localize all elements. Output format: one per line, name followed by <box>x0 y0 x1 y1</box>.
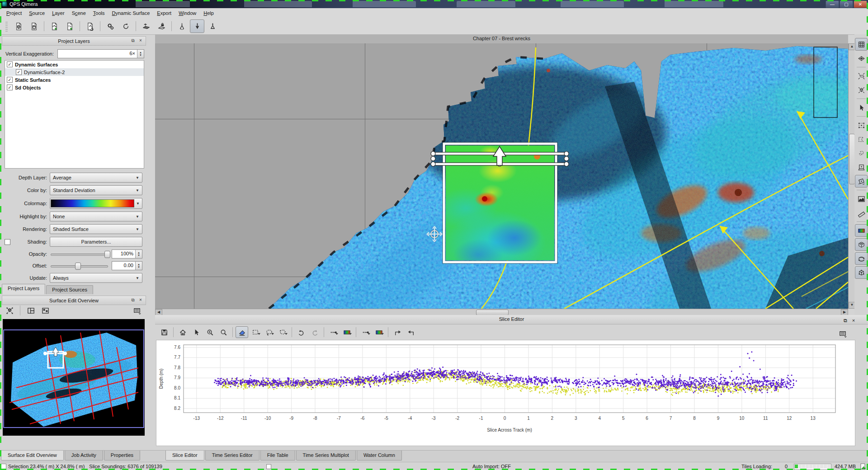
dynamic-surface-selection[interactable] <box>431 144 569 274</box>
mesh-view-icon[interactable] <box>855 52 868 65</box>
zoom-in-icon[interactable] <box>203 326 216 338</box>
zoom-tool-icon[interactable] <box>217 326 230 338</box>
wireframe-toggle-icon[interactable] <box>855 238 868 251</box>
slider-handle[interactable] <box>104 251 110 258</box>
menu-item-dynamic-surface[interactable]: Dynamic Surface <box>108 9 154 17</box>
zoom-extents-icon[interactable] <box>4 305 15 316</box>
slice-box-rotated-icon[interactable] <box>855 175 868 188</box>
menu-item-layer[interactable]: Layer <box>48 9 68 17</box>
panel-menu-icon[interactable] <box>130 304 144 317</box>
patch-edit-tool-icon[interactable] <box>205 19 220 33</box>
menu-item-scene[interactable]: Scene <box>68 9 90 17</box>
slice-edit-tool-icon[interactable] <box>190 19 204 33</box>
map-vertical-scrollbar[interactable]: ▲ ▼ <box>848 43 855 309</box>
map-horizontal-scrollbar[interactable]: ◀ ▶ <box>155 309 848 315</box>
menu-item-project[interactable]: Project <box>3 9 25 17</box>
previous-slice-icon[interactable] <box>405 326 417 338</box>
maximize-button[interactable]: ▢ <box>840 0 853 8</box>
rect-select-icon[interactable] <box>249 326 262 338</box>
vertical-exaggeration-stepper[interactable]: 6× ▲▼ <box>57 49 144 58</box>
bathymetry-map[interactable] <box>155 43 848 309</box>
close-panel-icon[interactable]: × <box>138 38 143 43</box>
float-panel-icon[interactable]: ⧉ <box>843 316 848 322</box>
colormap-select[interactable]: ▼ <box>50 198 142 209</box>
shading-parameters-button[interactable]: Parameters... <box>50 237 142 247</box>
toolbar-grip[interactable] <box>5 21 8 32</box>
dock-tab-time-series-multiplot[interactable]: Time Series Multiplot <box>296 451 356 461</box>
slider-handle[interactable] <box>75 263 81 270</box>
layer-tree-item[interactable]: ✓Static Surfaces <box>5 76 144 84</box>
layer-checkbox[interactable]: ✓ <box>16 69 22 75</box>
pointer-tool-icon[interactable] <box>190 326 203 338</box>
offset-slider[interactable] <box>50 261 109 270</box>
rect-selection-icon[interactable] <box>855 119 868 132</box>
close-panel-icon[interactable]: × <box>138 297 143 303</box>
spin-arrows-icon[interactable]: ▲▼ <box>135 250 142 258</box>
status-checkbox[interactable] <box>266 464 271 469</box>
tab-project-sources[interactable]: Project Sources <box>46 285 93 294</box>
slice-panel-menu-icon[interactable] <box>835 327 850 340</box>
add-processed-points-icon[interactable] <box>62 19 77 33</box>
dock-tab-time-series-editor[interactable]: Time Series Editor <box>205 451 259 461</box>
rotate-view-icon[interactable] <box>855 252 868 265</box>
project-doc-layers-icon[interactable] <box>27 19 41 33</box>
zoom-extents-3d-icon[interactable] <box>855 84 868 96</box>
colormap-mode-icon[interactable] <box>340 326 353 338</box>
colormap-toggle-icon[interactable] <box>855 224 868 237</box>
lasso-select-icon[interactable] <box>263 326 275 338</box>
dock-tab-job-activity[interactable]: Job Activity <box>65 451 103 461</box>
pointer-tool-icon[interactable] <box>855 101 868 114</box>
highlight-by-select[interactable]: None▼ <box>50 212 142 221</box>
grid-view-icon[interactable] <box>855 38 868 51</box>
project-doc-grid-icon[interactable] <box>11 19 26 33</box>
slice-box-icon[interactable] <box>855 161 868 174</box>
close-button[interactable]: ✕ <box>854 0 867 8</box>
spin-arrows-icon[interactable]: ▲▼ <box>137 50 144 58</box>
depth-layer-select[interactable]: Average▼ <box>50 173 142 183</box>
tab-project-layers[interactable]: Project Layers <box>2 284 45 294</box>
layer-checkbox[interactable]: ✓ <box>7 85 13 90</box>
import-status-icon[interactable] <box>860 463 866 470</box>
menu-item-export[interactable]: Export <box>153 9 175 17</box>
accept-soundings-icon[interactable] <box>327 326 340 338</box>
import-file-icon[interactable] <box>83 19 97 33</box>
surface-lock-icon[interactable] <box>154 19 169 33</box>
float-panel-icon[interactable]: ⧉ <box>130 297 136 303</box>
float-panel-icon[interactable]: ⧉ <box>130 38 136 43</box>
axes-toggle-icon[interactable] <box>855 266 868 279</box>
refresh-icon[interactable] <box>118 19 133 33</box>
layer-tree-item[interactable]: ✓DynamicSurface-2 <box>5 68 144 76</box>
minimize-button[interactable]: — <box>826 0 839 8</box>
close-panel-icon[interactable]: × <box>851 316 856 322</box>
lasso-selection-icon[interactable] <box>855 147 868 160</box>
layer-tree-item[interactable]: ✓Sd Objects <box>5 84 144 91</box>
layer-checkbox[interactable]: ✓ <box>7 77 13 83</box>
dock-tab-file-table[interactable]: File Table <box>260 451 295 461</box>
colormap-mode2-icon[interactable] <box>373 326 385 338</box>
dock-tab-properties[interactable]: Properties <box>104 451 140 461</box>
menu-item-source[interactable]: Source <box>25 9 48 17</box>
overview-thumbnail[interactable] <box>3 319 145 436</box>
add-raw-files-icon[interactable] <box>47 19 61 33</box>
dock-tab-surface-edit-overview[interactable]: Surface Edit Overview <box>1 451 64 461</box>
preferences-gears-icon[interactable] <box>103 19 118 33</box>
profile-view-icon[interactable] <box>855 193 868 205</box>
scene-viewport[interactable]: Chapter 07 - Brest wrecks <box>155 34 848 315</box>
layout-tiles-icon[interactable] <box>39 305 51 316</box>
color-by-select[interactable]: Standard Deviation▼ <box>50 185 142 195</box>
menu-item-window[interactable]: Window <box>175 9 200 17</box>
shading-checkbox[interactable] <box>5 239 10 245</box>
next-slice-icon[interactable] <box>391 326 404 338</box>
zoom-extents-mesh-icon[interactable] <box>855 70 868 82</box>
slice-plot-card[interactable]: 7.67.77.87.98.08.18.2-13-12-11-10-9-8-7-… <box>156 340 855 446</box>
polygon-select-icon[interactable] <box>276 326 289 338</box>
layout-split-icon[interactable] <box>25 305 37 316</box>
layer-tree-item[interactable]: ✓Dynamic Surfaces <box>5 61 144 68</box>
spin-arrows-icon[interactable]: ▲▼ <box>135 262 142 270</box>
menu-item-help[interactable]: Help <box>200 9 217 17</box>
eraser-tool-icon[interactable] <box>236 326 248 338</box>
home-view-icon[interactable] <box>176 326 189 338</box>
rendering-select[interactable]: Shaded Surface▼ <box>50 224 142 234</box>
surface-splash-icon[interactable] <box>139 19 153 33</box>
dock-tab-water-column[interactable]: Water Column <box>357 451 402 461</box>
